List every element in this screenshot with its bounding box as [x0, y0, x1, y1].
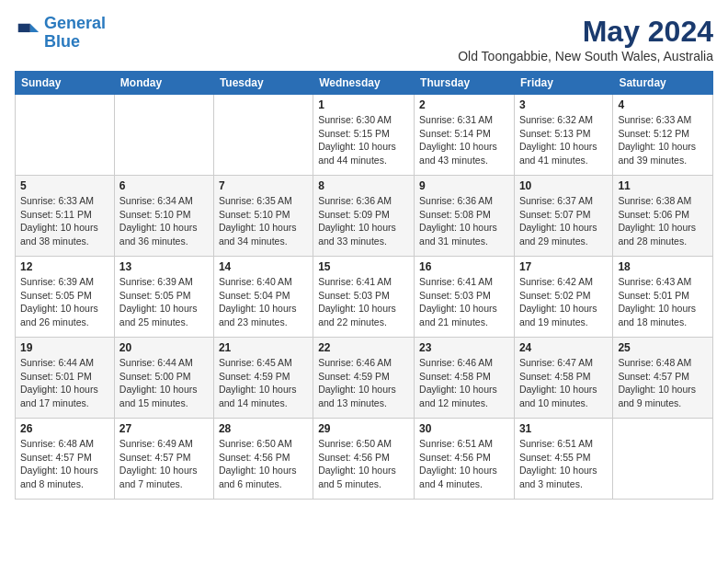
calendar-cell [16, 95, 115, 176]
week-row-1: 1Sunrise: 6:30 AMSunset: 5:15 PMDaylight… [16, 95, 713, 176]
day-info: Sunrise: 6:32 AMSunset: 5:13 PMDaylight:… [519, 113, 608, 167]
calendar-cell: 21Sunrise: 6:45 AMSunset: 4:59 PMDayligh… [213, 338, 313, 419]
main-title: May 2024 [458, 15, 713, 49]
day-header-saturday: Saturday [613, 72, 713, 95]
calendar-cell: 18Sunrise: 6:43 AMSunset: 5:01 PMDayligh… [613, 257, 713, 338]
day-number: 15 [318, 260, 409, 273]
day-info: Sunrise: 6:35 AMSunset: 5:10 PMDaylight:… [219, 194, 308, 248]
calendar-cell: 12Sunrise: 6:39 AMSunset: 5:05 PMDayligh… [16, 257, 115, 338]
calendar-cell: 29Sunrise: 6:50 AMSunset: 4:56 PMDayligh… [313, 419, 415, 500]
svg-rect-1 [18, 24, 30, 32]
day-info: Sunrise: 6:44 AMSunset: 5:01 PMDaylight:… [20, 356, 109, 410]
calendar-cell: 28Sunrise: 6:50 AMSunset: 4:56 PMDayligh… [213, 419, 313, 500]
day-number: 6 [119, 179, 209, 192]
day-info: Sunrise: 6:41 AMSunset: 5:03 PMDaylight:… [419, 275, 509, 329]
day-info: Sunrise: 6:49 AMSunset: 4:57 PMDaylight:… [119, 437, 209, 491]
week-row-2: 5Sunrise: 6:33 AMSunset: 5:11 PMDaylight… [16, 176, 713, 257]
day-info: Sunrise: 6:46 AMSunset: 4:58 PMDaylight:… [419, 356, 509, 410]
day-info: Sunrise: 6:34 AMSunset: 5:10 PMDaylight:… [119, 194, 209, 248]
calendar-cell: 2Sunrise: 6:31 AMSunset: 5:14 PMDaylight… [415, 95, 515, 176]
calendar-cell: 31Sunrise: 6:51 AMSunset: 4:55 PMDayligh… [514, 419, 612, 500]
day-number: 14 [219, 260, 308, 273]
day-number: 9 [419, 179, 509, 192]
calendar-cell: 17Sunrise: 6:42 AMSunset: 5:02 PMDayligh… [514, 257, 612, 338]
calendar-cell: 14Sunrise: 6:40 AMSunset: 5:04 PMDayligh… [213, 257, 313, 338]
calendar-cell: 10Sunrise: 6:37 AMSunset: 5:07 PMDayligh… [514, 176, 612, 257]
calendar-cell: 4Sunrise: 6:33 AMSunset: 5:12 PMDaylight… [613, 95, 713, 176]
day-number: 18 [618, 260, 708, 273]
day-number: 3 [519, 98, 608, 111]
calendar-cell: 20Sunrise: 6:44 AMSunset: 5:00 PMDayligh… [114, 338, 213, 419]
day-header-monday: Monday [114, 72, 213, 95]
day-info: Sunrise: 6:33 AMSunset: 5:11 PMDaylight:… [20, 194, 109, 248]
subtitle: Old Toongabbie, New South Wales, Austral… [458, 49, 713, 63]
day-number: 20 [119, 341, 209, 354]
day-info: Sunrise: 6:47 AMSunset: 4:58 PMDaylight:… [519, 356, 608, 410]
title-block: May 2024 Old Toongabbie, New South Wales… [458, 15, 713, 63]
logo-line2: Blue [44, 32, 80, 51]
day-info: Sunrise: 6:36 AMSunset: 5:08 PMDaylight:… [419, 194, 509, 248]
calendar-cell: 1Sunrise: 6:30 AMSunset: 5:15 PMDaylight… [313, 95, 415, 176]
day-number: 31 [519, 422, 608, 435]
day-info: Sunrise: 6:44 AMSunset: 5:00 PMDaylight:… [119, 356, 209, 410]
calendar-cell: 16Sunrise: 6:41 AMSunset: 5:03 PMDayligh… [415, 257, 515, 338]
day-info: Sunrise: 6:41 AMSunset: 5:03 PMDaylight:… [318, 275, 409, 329]
day-number: 13 [119, 260, 209, 273]
day-number: 10 [519, 179, 608, 192]
day-number: 12 [20, 260, 109, 273]
day-info: Sunrise: 6:50 AMSunset: 4:56 PMDaylight:… [318, 437, 409, 491]
day-info: Sunrise: 6:39 AMSunset: 5:05 PMDaylight:… [119, 275, 209, 329]
day-header-friday: Friday [514, 72, 612, 95]
logo: General Blue [15, 15, 106, 52]
calendar-cell [613, 419, 713, 500]
calendar-cell: 15Sunrise: 6:41 AMSunset: 5:03 PMDayligh… [313, 257, 415, 338]
day-number: 11 [618, 179, 708, 192]
day-number: 17 [519, 260, 608, 273]
day-number: 25 [618, 341, 708, 354]
day-number: 26 [20, 422, 109, 435]
day-number: 16 [419, 260, 509, 273]
day-number: 23 [419, 341, 509, 354]
calendar-cell [213, 95, 313, 176]
day-number: 5 [20, 179, 109, 192]
day-info: Sunrise: 6:36 AMSunset: 5:09 PMDaylight:… [318, 194, 409, 248]
calendar-cell: 11Sunrise: 6:38 AMSunset: 5:06 PMDayligh… [613, 176, 713, 257]
calendar-cell: 27Sunrise: 6:49 AMSunset: 4:57 PMDayligh… [114, 419, 213, 500]
day-info: Sunrise: 6:51 AMSunset: 4:56 PMDaylight:… [419, 437, 509, 491]
svg-marker-0 [30, 24, 39, 32]
logo-text: General Blue [44, 15, 106, 52]
day-number: 7 [219, 179, 308, 192]
calendar-cell: 24Sunrise: 6:47 AMSunset: 4:58 PMDayligh… [514, 338, 612, 419]
day-info: Sunrise: 6:50 AMSunset: 4:56 PMDaylight:… [219, 437, 308, 491]
day-info: Sunrise: 6:33 AMSunset: 5:12 PMDaylight:… [618, 113, 708, 167]
calendar-cell: 7Sunrise: 6:35 AMSunset: 5:10 PMDaylight… [213, 176, 313, 257]
day-info: Sunrise: 6:48 AMSunset: 4:57 PMDaylight:… [20, 437, 109, 491]
day-info: Sunrise: 6:43 AMSunset: 5:01 PMDaylight:… [618, 275, 708, 329]
calendar-cell: 19Sunrise: 6:44 AMSunset: 5:01 PMDayligh… [16, 338, 115, 419]
day-number: 22 [318, 341, 409, 354]
logo-icon [15, 20, 40, 46]
calendar-cell: 5Sunrise: 6:33 AMSunset: 5:11 PMDaylight… [16, 176, 115, 257]
day-header-thursday: Thursday [415, 72, 515, 95]
week-row-4: 19Sunrise: 6:44 AMSunset: 5:01 PMDayligh… [16, 338, 713, 419]
day-info: Sunrise: 6:45 AMSunset: 4:59 PMDaylight:… [219, 356, 308, 410]
day-header-wednesday: Wednesday [313, 72, 415, 95]
calendar-table: SundayMondayTuesdayWednesdayThursdayFrid… [15, 71, 713, 500]
day-number: 1 [318, 98, 409, 111]
day-info: Sunrise: 6:42 AMSunset: 5:02 PMDaylight:… [519, 275, 608, 329]
day-info: Sunrise: 6:51 AMSunset: 4:55 PMDaylight:… [519, 437, 608, 491]
calendar-cell [114, 95, 213, 176]
day-number: 4 [618, 98, 708, 111]
week-row-3: 12Sunrise: 6:39 AMSunset: 5:05 PMDayligh… [16, 257, 713, 338]
day-number: 2 [419, 98, 509, 111]
day-number: 28 [219, 422, 308, 435]
calendar-cell: 26Sunrise: 6:48 AMSunset: 4:57 PMDayligh… [16, 419, 115, 500]
header-row: SundayMondayTuesdayWednesdayThursdayFrid… [16, 72, 713, 95]
day-info: Sunrise: 6:31 AMSunset: 5:14 PMDaylight:… [419, 113, 509, 167]
day-number: 21 [219, 341, 308, 354]
day-number: 24 [519, 341, 608, 354]
calendar-cell: 25Sunrise: 6:48 AMSunset: 4:57 PMDayligh… [613, 338, 713, 419]
calendar-cell: 13Sunrise: 6:39 AMSunset: 5:05 PMDayligh… [114, 257, 213, 338]
calendar-cell: 3Sunrise: 6:32 AMSunset: 5:13 PMDaylight… [514, 95, 612, 176]
day-header-tuesday: Tuesday [213, 72, 313, 95]
